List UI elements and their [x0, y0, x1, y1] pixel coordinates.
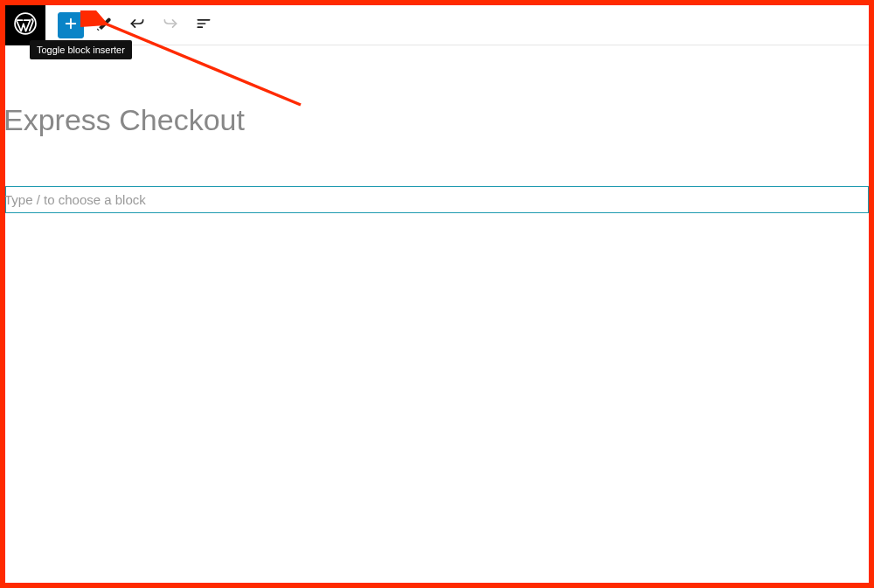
document-outline-button[interactable]: [191, 12, 217, 38]
document-outline-icon: [195, 15, 212, 36]
undo-icon: [128, 15, 146, 36]
post-title-wrapper: Express Checkout: [5, 45, 869, 137]
redo-button[interactable]: [157, 12, 184, 38]
tooltip-text: Toggle block inserter: [37, 45, 125, 55]
block-inserter-tooltip: Toggle block inserter: [30, 40, 132, 59]
plus-icon: [63, 16, 79, 35]
pencil-icon: [95, 15, 113, 36]
wordpress-logo-icon: [14, 12, 37, 38]
redo-icon: [162, 15, 179, 36]
wordpress-dashboard-link[interactable]: [5, 5, 45, 45]
editor-top-toolbar: [5, 5, 869, 45]
editor-frame: Toggle block inserter Express Checkout: [0, 0, 874, 588]
toggle-block-inserter-button[interactable]: [58, 12, 84, 38]
default-block-appender[interactable]: [5, 186, 869, 213]
undo-button[interactable]: [124, 12, 150, 38]
post-title-input[interactable]: Express Checkout: [3, 103, 869, 137]
primary-toolbar: [45, 12, 217, 38]
tools-button[interactable]: [91, 12, 117, 38]
block-placeholder-input[interactable]: [4, 187, 866, 212]
